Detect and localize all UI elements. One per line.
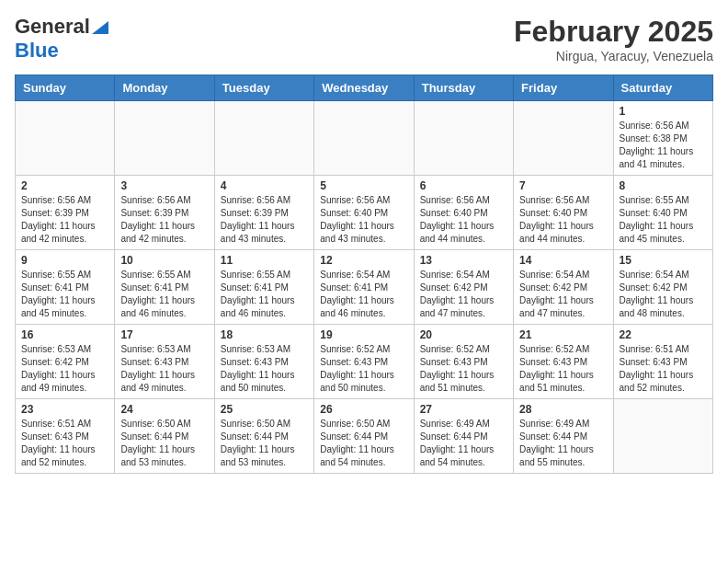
day-number: 7 xyxy=(519,179,607,192)
calendar-cell: 23Sunrise: 6:51 AMSunset: 6:43 PMDayligh… xyxy=(16,399,115,474)
weekday-header-monday: Monday xyxy=(115,75,214,101)
calendar-cell: 20Sunrise: 6:52 AMSunset: 6:43 PMDayligh… xyxy=(414,325,513,399)
calendar-cell: 3Sunrise: 6:56 AMSunset: 6:39 PMDaylight… xyxy=(115,176,214,250)
day-info: Sunrise: 6:55 AMSunset: 6:40 PMDaylight:… xyxy=(620,194,707,246)
day-number: 16 xyxy=(21,328,108,341)
weekday-header-tuesday: Tuesday xyxy=(214,75,313,101)
weekday-header-wednesday: Wednesday xyxy=(314,75,414,101)
weekday-header-row: SundayMondayTuesdayWednesdayThursdayFrid… xyxy=(16,75,713,101)
day-info: Sunrise: 6:56 AMSunset: 6:40 PMDaylight:… xyxy=(519,194,607,246)
day-number: 22 xyxy=(620,328,707,341)
calendar-cell: 10Sunrise: 6:55 AMSunset: 6:41 PMDayligh… xyxy=(115,250,214,325)
day-info: Sunrise: 6:56 AMSunset: 6:39 PMDaylight:… xyxy=(21,194,108,246)
calendar-cell xyxy=(115,101,214,176)
day-number: 23 xyxy=(21,403,108,416)
day-number: 19 xyxy=(320,328,407,341)
calendar-cell: 14Sunrise: 6:54 AMSunset: 6:42 PMDayligh… xyxy=(514,250,613,325)
day-info: Sunrise: 6:55 AMSunset: 6:41 PMDaylight:… xyxy=(120,269,208,320)
calendar-cell: 11Sunrise: 6:55 AMSunset: 6:41 PMDayligh… xyxy=(214,250,313,325)
day-number: 11 xyxy=(221,254,308,267)
logo-arrow-icon xyxy=(92,17,108,34)
page-title: February 2025 xyxy=(514,15,713,49)
calendar-table: SundayMondayTuesdayWednesdayThursdayFrid… xyxy=(15,75,713,474)
calendar-cell: 25Sunrise: 6:50 AMSunset: 6:44 PMDayligh… xyxy=(214,399,313,474)
calendar-cell: 22Sunrise: 6:51 AMSunset: 6:43 PMDayligh… xyxy=(613,325,712,399)
day-number: 25 xyxy=(221,403,308,416)
day-info: Sunrise: 6:53 AMSunset: 6:43 PMDaylight:… xyxy=(221,343,308,395)
day-number: 17 xyxy=(120,328,208,341)
day-info: Sunrise: 6:50 AMSunset: 6:44 PMDaylight:… xyxy=(120,418,208,469)
calendar-cell: 5Sunrise: 6:56 AMSunset: 6:40 PMDaylight… xyxy=(314,176,414,250)
week-row-3: 9Sunrise: 6:55 AMSunset: 6:41 PMDaylight… xyxy=(16,250,713,325)
calendar-cell: 7Sunrise: 6:56 AMSunset: 6:40 PMDaylight… xyxy=(514,176,613,250)
weekday-header-thursday: Thursday xyxy=(414,75,513,101)
title-block: February 2025 Nirgua, Yaracuy, Venezuela xyxy=(514,15,713,63)
day-info: Sunrise: 6:54 AMSunset: 6:41 PMDaylight:… xyxy=(320,269,407,320)
week-row-5: 23Sunrise: 6:51 AMSunset: 6:43 PMDayligh… xyxy=(16,399,713,474)
day-number: 18 xyxy=(221,328,308,341)
day-number: 15 xyxy=(620,254,707,267)
day-number: 24 xyxy=(120,403,208,416)
calendar-cell: 12Sunrise: 6:54 AMSunset: 6:41 PMDayligh… xyxy=(314,250,414,325)
day-number: 13 xyxy=(420,254,507,267)
calendar-cell xyxy=(414,101,513,176)
day-info: Sunrise: 6:49 AMSunset: 6:44 PMDaylight:… xyxy=(519,418,607,469)
calendar-cell: 27Sunrise: 6:49 AMSunset: 6:44 PMDayligh… xyxy=(414,399,513,474)
day-number: 6 xyxy=(420,179,507,192)
calendar-cell: 19Sunrise: 6:52 AMSunset: 6:43 PMDayligh… xyxy=(314,325,414,399)
day-number: 21 xyxy=(519,328,607,341)
calendar-cell xyxy=(514,101,613,176)
day-info: Sunrise: 6:56 AMSunset: 6:39 PMDaylight:… xyxy=(120,194,208,246)
day-number: 5 xyxy=(320,179,407,192)
svg-marker-0 xyxy=(92,21,108,34)
day-number: 14 xyxy=(519,254,607,267)
day-info: Sunrise: 6:53 AMSunset: 6:42 PMDaylight:… xyxy=(21,343,108,395)
day-info: Sunrise: 6:55 AMSunset: 6:41 PMDaylight:… xyxy=(221,269,308,320)
calendar-cell: 9Sunrise: 6:55 AMSunset: 6:41 PMDaylight… xyxy=(16,250,115,325)
page-header: General Blue February 2025 Nirgua, Yarac… xyxy=(15,15,713,63)
day-number: 1 xyxy=(620,105,707,118)
calendar-cell xyxy=(16,101,115,176)
day-info: Sunrise: 6:54 AMSunset: 6:42 PMDaylight:… xyxy=(620,269,707,320)
day-info: Sunrise: 6:56 AMSunset: 6:39 PMDaylight:… xyxy=(221,194,308,246)
weekday-header-friday: Friday xyxy=(514,75,613,101)
day-info: Sunrise: 6:52 AMSunset: 6:43 PMDaylight:… xyxy=(420,343,507,395)
day-info: Sunrise: 6:52 AMSunset: 6:43 PMDaylight:… xyxy=(320,343,407,395)
page-subtitle: Nirgua, Yaracuy, Venezuela xyxy=(514,49,713,63)
day-number: 12 xyxy=(320,254,407,267)
day-info: Sunrise: 6:56 AMSunset: 6:38 PMDaylight:… xyxy=(620,120,707,171)
day-info: Sunrise: 6:52 AMSunset: 6:43 PMDaylight:… xyxy=(519,343,607,395)
day-info: Sunrise: 6:51 AMSunset: 6:43 PMDaylight:… xyxy=(21,418,108,469)
day-info: Sunrise: 6:51 AMSunset: 6:43 PMDaylight:… xyxy=(620,343,707,395)
calendar-cell xyxy=(613,399,712,474)
week-row-1: 1Sunrise: 6:56 AMSunset: 6:38 PMDaylight… xyxy=(16,101,713,176)
day-number: 10 xyxy=(120,254,208,267)
logo-general: General xyxy=(15,15,90,39)
day-info: Sunrise: 6:55 AMSunset: 6:41 PMDaylight:… xyxy=(21,269,108,320)
week-row-4: 16Sunrise: 6:53 AMSunset: 6:42 PMDayligh… xyxy=(16,325,713,399)
day-info: Sunrise: 6:49 AMSunset: 6:44 PMDaylight:… xyxy=(420,418,507,469)
calendar-cell: 8Sunrise: 6:55 AMSunset: 6:40 PMDaylight… xyxy=(613,176,712,250)
calendar-cell xyxy=(214,101,313,176)
weekday-header-saturday: Saturday xyxy=(613,75,712,101)
day-info: Sunrise: 6:53 AMSunset: 6:43 PMDaylight:… xyxy=(120,343,208,395)
day-number: 8 xyxy=(620,179,707,192)
day-number: 28 xyxy=(519,403,607,416)
calendar-cell: 18Sunrise: 6:53 AMSunset: 6:43 PMDayligh… xyxy=(214,325,313,399)
day-info: Sunrise: 6:56 AMSunset: 6:40 PMDaylight:… xyxy=(420,194,507,246)
day-number: 4 xyxy=(221,179,308,192)
day-number: 2 xyxy=(21,179,108,192)
logo: General Blue xyxy=(15,15,108,63)
day-number: 3 xyxy=(120,179,208,192)
day-info: Sunrise: 6:54 AMSunset: 6:42 PMDaylight:… xyxy=(420,269,507,320)
calendar-cell: 16Sunrise: 6:53 AMSunset: 6:42 PMDayligh… xyxy=(16,325,115,399)
day-info: Sunrise: 6:50 AMSunset: 6:44 PMDaylight:… xyxy=(221,418,308,469)
day-number: 26 xyxy=(320,403,407,416)
weekday-header-sunday: Sunday xyxy=(16,75,115,101)
day-info: Sunrise: 6:54 AMSunset: 6:42 PMDaylight:… xyxy=(519,269,607,320)
week-row-2: 2Sunrise: 6:56 AMSunset: 6:39 PMDaylight… xyxy=(16,176,713,250)
day-number: 27 xyxy=(420,403,507,416)
calendar-cell: 6Sunrise: 6:56 AMSunset: 6:40 PMDaylight… xyxy=(414,176,513,250)
calendar-cell: 26Sunrise: 6:50 AMSunset: 6:44 PMDayligh… xyxy=(314,399,414,474)
day-number: 9 xyxy=(21,254,108,267)
